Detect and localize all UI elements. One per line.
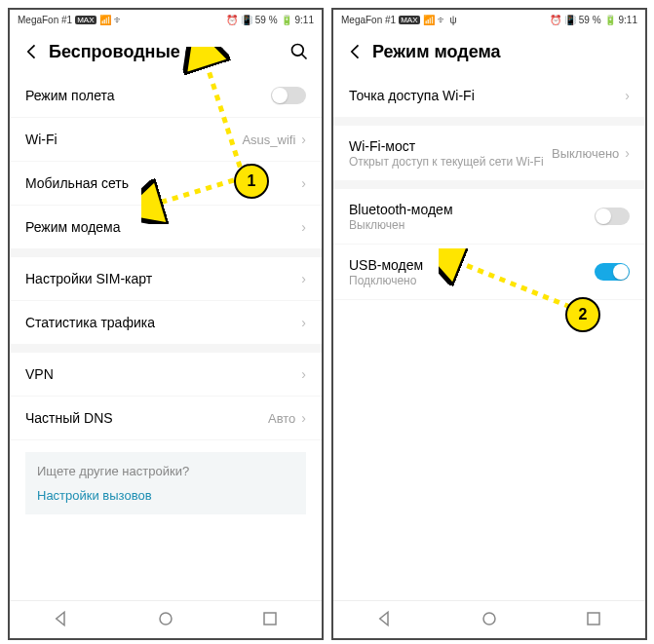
nav-home-icon[interactable]: [481, 610, 498, 630]
clock-text: 9:11: [619, 15, 637, 25]
page-title: Режим модема: [372, 42, 639, 62]
row-label: Режим модема: [25, 219, 301, 235]
airplane-toggle[interactable]: [271, 87, 306, 104]
row-sublabel: Подключено: [349, 274, 595, 287]
battery-text: 59 %: [255, 15, 278, 25]
row-label: Статистика трафика: [25, 315, 301, 330]
status-bar: MegaFon #1 MAX 📶 ᯤ ψ ⏰ 📳 59 % 🔋 9:11: [333, 10, 645, 29]
back-arrow-icon: [346, 42, 365, 61]
row-label: Частный DNS: [25, 410, 268, 426]
usb-icon: ψ: [450, 15, 457, 25]
svg-rect-4: [588, 613, 599, 625]
chevron-right-icon: ›: [301, 410, 306, 426]
row-label: Wi-Fi: [25, 132, 242, 147]
chevron-right-icon: ›: [301, 315, 306, 330]
section-divider: [333, 181, 645, 189]
signal-icon: 📶: [99, 15, 111, 25]
chevron-right-icon: ›: [625, 88, 630, 103]
back-arrow-icon: [22, 42, 42, 61]
header: Режим модема: [333, 29, 645, 74]
row-label: Bluetooth-модем: [349, 202, 595, 217]
row-bluetooth-modem[interactable]: Bluetooth-модем Выключен: [333, 189, 645, 245]
row-private-dns[interactable]: Частный DNS Авто ›: [10, 397, 322, 440]
nav-back-icon[interactable]: [53, 610, 70, 630]
header: Беспроводные сети: [10, 29, 322, 74]
row-tethering[interactable]: Режим модема ›: [10, 206, 322, 249]
carrier-label: MegaFon #1: [18, 15, 72, 25]
svg-point-1: [160, 613, 172, 625]
hint-question: Ищете другие настройки?: [37, 464, 294, 478]
dns-value: Авто: [268, 411, 295, 426]
wifi-value: Asus_wifi: [242, 133, 295, 147]
alarm-icon: ⏰: [550, 15, 561, 25]
clock-text: 9:11: [295, 15, 314, 25]
alarm-icon: ⏰: [226, 15, 238, 25]
row-wifi[interactable]: Wi-Fi Asus_wifi ›: [10, 118, 322, 162]
carrier-label: MegaFon #1: [341, 15, 396, 25]
usb-toggle[interactable]: [595, 263, 630, 281]
battery-icon: 🔋: [604, 15, 616, 25]
chevron-right-icon: ›: [301, 366, 306, 382]
svg-rect-2: [264, 613, 276, 625]
search-button[interactable]: [283, 35, 316, 68]
search-icon: [289, 42, 309, 61]
hint-link-call-settings[interactable]: Настройки вызовов: [37, 488, 294, 503]
settings-list: Точка доступа Wi-Fi › Wi-Fi-мост Открыт …: [333, 74, 645, 600]
wifi-icon: ᯤ: [114, 15, 124, 25]
svg-point-3: [483, 613, 495, 625]
svg-point-0: [292, 45, 304, 57]
nav-recent-icon[interactable]: [261, 610, 279, 630]
phone-right: MegaFon #1 MAX 📶 ᯤ ψ ⏰ 📳 59 % 🔋 9:11 Реж…: [331, 8, 647, 640]
row-label: USB-модем: [349, 257, 595, 273]
row-airplane-mode[interactable]: Режим полета: [10, 74, 322, 118]
section-divider: [333, 118, 645, 126]
annotation-bubble-1: 1: [234, 164, 269, 199]
row-label: VPN: [25, 366, 301, 382]
vibrate-icon: 📳: [564, 15, 576, 25]
nav-recent-icon[interactable]: [585, 610, 602, 630]
row-sim-settings[interactable]: Настройки SIM-карт ›: [10, 257, 322, 301]
row-wifi-hotspot[interactable]: Точка доступа Wi-Fi ›: [333, 74, 645, 118]
row-vpn[interactable]: VPN ›: [10, 353, 322, 397]
settings-list: Режим полета Wi-Fi Asus_wifi › Мобильная…: [10, 74, 322, 600]
row-sublabel: Открыт доступ к текущей сети Wi-Fi: [349, 155, 552, 169]
section-divider: [10, 345, 322, 353]
battery-text: 59 %: [579, 15, 601, 25]
carrier-badge: MAX: [75, 16, 96, 24]
row-wifi-bridge[interactable]: Wi-Fi-мост Открыт доступ к текущей сети …: [333, 126, 645, 181]
nav-bar: [333, 600, 645, 638]
row-traffic-stats[interactable]: Статистика трафика ›: [10, 301, 322, 345]
row-usb-modem[interactable]: USB-модем Подключено: [333, 245, 645, 300]
row-label: Wi-Fi-мост: [349, 138, 552, 154]
bridge-value: Выключено: [552, 146, 619, 161]
row-mobile-network[interactable]: Мобильная сеть ›: [10, 162, 322, 206]
chevron-right-icon: ›: [301, 271, 306, 286]
row-label: Точка доступа Wi-Fi: [349, 88, 625, 103]
chevron-right-icon: ›: [301, 132, 306, 147]
phone-left: MegaFon #1 MAX 📶 ᯤ ⏰ 📳 59 % 🔋 9:11 Беспр…: [8, 8, 324, 640]
nav-back-icon[interactable]: [376, 610, 394, 630]
wifi-icon: ᯤ: [438, 15, 447, 25]
chevron-right-icon: ›: [625, 145, 630, 161]
chevron-right-icon: ›: [301, 219, 306, 235]
signal-icon: 📶: [423, 15, 435, 25]
row-label: Настройки SIM-карт: [25, 271, 301, 286]
row-sublabel: Выключен: [349, 218, 595, 232]
chevron-right-icon: ›: [301, 175, 306, 191]
back-button[interactable]: [339, 35, 372, 68]
page-title: Беспроводные сети: [49, 42, 283, 62]
section-divider: [10, 249, 322, 257]
vibrate-icon: 📳: [241, 15, 252, 25]
back-button[interactable]: [16, 35, 49, 68]
bluetooth-toggle[interactable]: [595, 208, 630, 225]
annotation-bubble-2: 2: [565, 297, 600, 332]
hint-box: Ищете другие настройки? Настройки вызово…: [25, 452, 306, 514]
battery-icon: 🔋: [281, 15, 292, 25]
nav-bar: [10, 600, 322, 638]
row-label: Режим полета: [25, 88, 271, 103]
nav-home-icon[interactable]: [157, 610, 174, 630]
status-bar: MegaFon #1 MAX 📶 ᯤ ⏰ 📳 59 % 🔋 9:11: [10, 10, 322, 29]
carrier-badge: MAX: [399, 16, 419, 24]
